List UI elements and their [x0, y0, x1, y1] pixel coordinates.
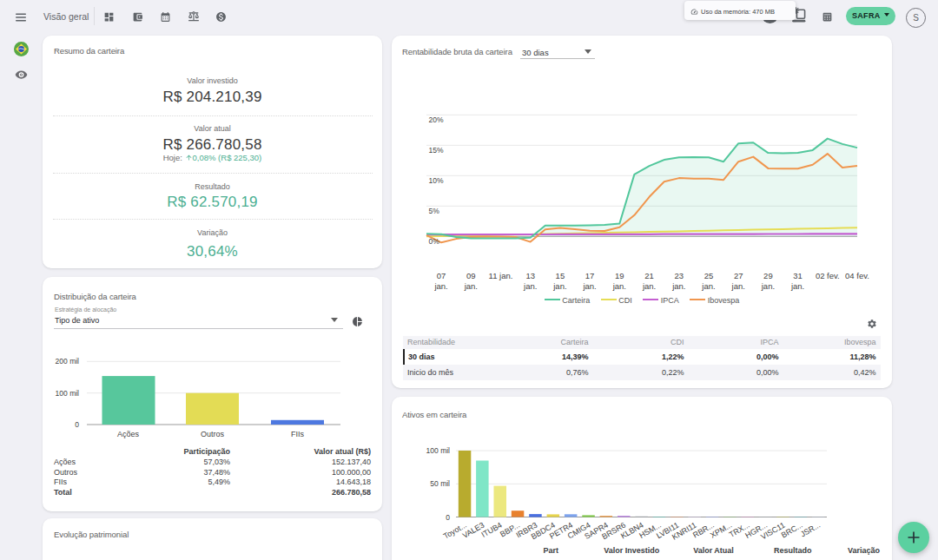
svg-text:jan.: jan.	[464, 281, 478, 291]
svg-text:07: 07	[437, 271, 446, 280]
svg-text:17: 17	[585, 271, 595, 280]
svg-text:FIIs: FIIs	[291, 430, 304, 438]
svg-text:20%: 20%	[429, 115, 444, 124]
svg-text:100 mil: 100 mil	[56, 389, 80, 398]
svg-text:jan.: jan.	[582, 281, 596, 291]
svg-text:0: 0	[446, 513, 450, 522]
svg-text:19: 19	[615, 271, 624, 280]
svg-text:10%: 10%	[429, 176, 444, 185]
svg-text:jan.: jan.	[523, 281, 537, 291]
svg-text:Outros: Outros	[201, 430, 225, 438]
svg-text:09: 09	[466, 271, 476, 280]
svg-text:200 mil: 200 mil	[56, 357, 80, 366]
svg-text:15%: 15%	[429, 146, 444, 155]
svg-text:jan.: jan.	[642, 281, 656, 291]
svg-text:0%: 0%	[429, 237, 440, 246]
svg-text:25: 25	[704, 271, 714, 280]
svg-text:5%: 5%	[429, 207, 440, 215]
svg-text:jan.: jan.	[731, 281, 745, 291]
svg-text:29: 29	[763, 271, 773, 280]
svg-text:31: 31	[793, 271, 803, 280]
svg-text:15: 15	[556, 271, 565, 280]
svg-text:jan.: jan.	[612, 281, 626, 291]
svg-text:jan.: jan.	[701, 281, 715, 291]
svg-text:13: 13	[525, 271, 535, 280]
svg-text:jan.: jan.	[761, 281, 775, 291]
svg-text:100 mil: 100 mil	[426, 446, 451, 455]
svg-text:JSR...: JSR...	[799, 521, 822, 539]
svg-text:0: 0	[75, 420, 79, 429]
svg-text:02 fev.: 02 fev.	[816, 271, 840, 280]
svg-text:jan.: jan.	[790, 281, 804, 291]
svg-text:23: 23	[675, 271, 684, 280]
svg-text:21: 21	[644, 271, 654, 280]
svg-text:27: 27	[734, 271, 743, 280]
svg-text:jan.: jan.	[671, 281, 685, 291]
svg-text:04 fev.: 04 fev.	[845, 271, 869, 280]
svg-text:jan.: jan.	[552, 281, 566, 291]
svg-text:50 mil: 50 mil	[430, 479, 450, 488]
svg-text:11 jan.: 11 jan.	[489, 271, 513, 280]
svg-text:jan.: jan.	[433, 281, 447, 291]
svg-text:Ações: Ações	[117, 430, 140, 438]
